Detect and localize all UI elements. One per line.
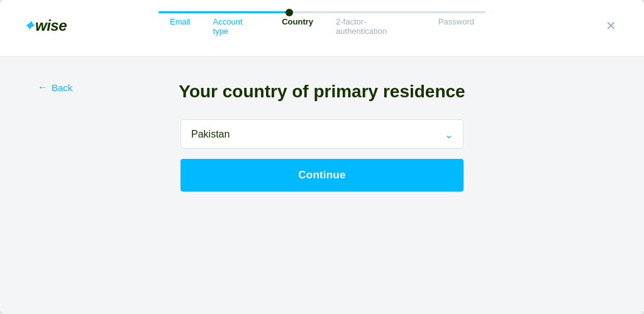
continue-button[interactable]: Continue (180, 159, 464, 192)
nav-steps: Email Account type Country 2-factor-auth… (158, 17, 486, 36)
step-email[interactable]: Email (158, 17, 202, 36)
main-content: ← Back Your country of primary residence… (0, 57, 644, 314)
logo-text: wise (35, 17, 67, 35)
app-window: ⌖ wise Email Account type Country 2-fact… (0, 0, 644, 314)
back-button[interactable]: ← Back (38, 82, 72, 93)
form-container: Pakistan United Kingdom United States Ge… (180, 119, 464, 192)
progress-fill (158, 11, 289, 13)
progress-track (158, 11, 486, 13)
progress-container: Email Account type Country 2-factor-auth… (158, 11, 486, 36)
step-password[interactable]: Password (427, 17, 486, 36)
step-country[interactable]: Country (270, 17, 325, 36)
progress-dot (286, 9, 293, 16)
country-select-wrapper: Pakistan United Kingdom United States Ge… (180, 119, 464, 149)
header-top: ⌖ wise Email Account type Country 2-fact… (25, 17, 619, 35)
logo: ⌖ wise (25, 17, 67, 35)
country-select[interactable]: Pakistan United Kingdom United States Ge… (181, 120, 463, 148)
back-arrow-icon: ← (38, 82, 48, 93)
back-label: Back (52, 82, 72, 93)
step-account-type[interactable]: Account type (202, 17, 271, 36)
header: ⌖ wise Email Account type Country 2-fact… (0, 0, 644, 57)
close-button[interactable]: ✕ (603, 17, 619, 35)
logo-icon: ⌖ (25, 18, 33, 34)
page-title: Your country of primary residence (179, 82, 465, 102)
step-2fa[interactable]: 2-factor-authentication (325, 17, 427, 36)
